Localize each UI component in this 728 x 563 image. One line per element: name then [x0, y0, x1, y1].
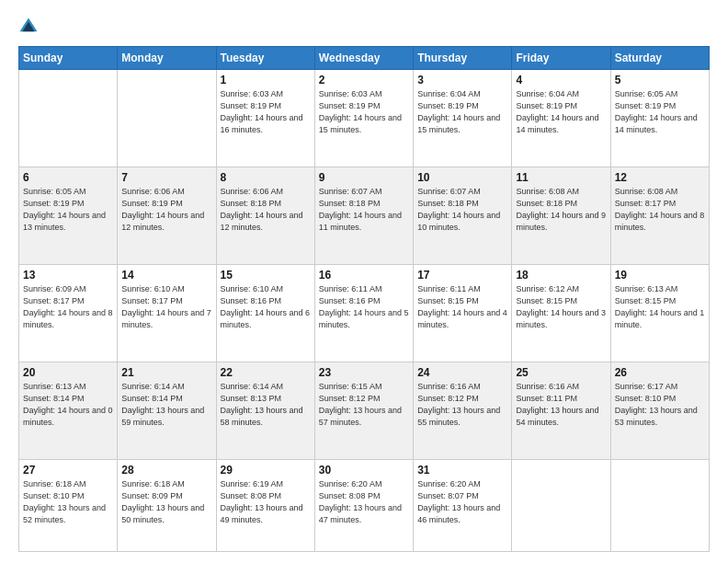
calendar-cell: 22Sunrise: 6:14 AM Sunset: 8:13 PM Dayli… [216, 362, 314, 460]
day-number: 19 [615, 269, 705, 282]
day-number: 20 [23, 366, 113, 379]
day-number: 29 [221, 464, 311, 477]
calendar-cell: 20Sunrise: 6:13 AM Sunset: 8:14 PM Dayli… [19, 362, 118, 460]
calendar-cell: 31Sunrise: 6:20 AM Sunset: 8:07 PM Dayli… [414, 460, 512, 552]
day-header-monday: Monday [118, 47, 216, 70]
calendar-cell [19, 70, 118, 167]
cell-info: Sunrise: 6:17 AM Sunset: 8:10 PM Dayligh… [615, 381, 705, 429]
calendar-week-row: 6Sunrise: 6:05 AM Sunset: 8:19 PM Daylig… [19, 167, 710, 265]
calendar-week-row: 20Sunrise: 6:13 AM Sunset: 8:14 PM Dayli… [19, 362, 710, 460]
day-number: 7 [121, 171, 211, 184]
calendar-cell: 27Sunrise: 6:18 AM Sunset: 8:10 PM Dayli… [19, 460, 118, 552]
cell-info: Sunrise: 6:19 AM Sunset: 8:08 PM Dayligh… [221, 478, 311, 526]
calendar-cell: 25Sunrise: 6:16 AM Sunset: 8:11 PM Dayli… [512, 362, 610, 460]
calendar-cell: 12Sunrise: 6:08 AM Sunset: 8:17 PM Dayli… [610, 167, 709, 265]
cell-info: Sunrise: 6:07 AM Sunset: 8:18 PM Dayligh… [417, 186, 507, 234]
day-number: 17 [417, 269, 507, 282]
day-header-sunday: Sunday [19, 47, 118, 70]
cell-info: Sunrise: 6:14 AM Sunset: 8:14 PM Dayligh… [121, 381, 211, 429]
calendar-cell: 7Sunrise: 6:06 AM Sunset: 8:19 PM Daylig… [118, 167, 216, 265]
day-number: 27 [23, 464, 113, 477]
day-number: 28 [121, 464, 211, 477]
calendar-cell [610, 460, 709, 552]
day-number: 21 [121, 366, 211, 379]
day-number: 18 [516, 269, 606, 282]
cell-info: Sunrise: 6:15 AM Sunset: 8:12 PM Dayligh… [319, 381, 409, 429]
calendar-cell: 26Sunrise: 6:17 AM Sunset: 8:10 PM Dayli… [610, 362, 709, 460]
calendar-cell: 30Sunrise: 6:20 AM Sunset: 8:08 PM Dayli… [314, 460, 413, 552]
cell-info: Sunrise: 6:04 AM Sunset: 8:19 PM Dayligh… [417, 88, 507, 136]
day-header-friday: Friday [512, 47, 610, 70]
cell-info: Sunrise: 6:10 AM Sunset: 8:17 PM Dayligh… [121, 283, 211, 331]
cell-info: Sunrise: 6:05 AM Sunset: 8:19 PM Dayligh… [615, 88, 705, 136]
day-number: 26 [615, 366, 705, 379]
page: SundayMondayTuesdayWednesdayThursdayFrid… [0, 0, 728, 563]
day-number: 30 [319, 464, 409, 477]
cell-info: Sunrise: 6:11 AM Sunset: 8:15 PM Dayligh… [417, 283, 507, 331]
day-number: 22 [221, 366, 311, 379]
calendar-cell: 13Sunrise: 6:09 AM Sunset: 8:17 PM Dayli… [19, 265, 118, 362]
calendar-cell: 15Sunrise: 6:10 AM Sunset: 8:16 PM Dayli… [216, 265, 314, 362]
day-number: 1 [221, 74, 311, 86]
day-header-thursday: Thursday [414, 47, 512, 70]
day-number: 31 [417, 464, 507, 477]
calendar-cell: 28Sunrise: 6:18 AM Sunset: 8:09 PM Dayli… [118, 460, 216, 552]
day-number: 5 [615, 74, 705, 86]
calendar-cell: 29Sunrise: 6:19 AM Sunset: 8:08 PM Dayli… [216, 460, 314, 552]
cell-info: Sunrise: 6:04 AM Sunset: 8:19 PM Dayligh… [516, 88, 606, 136]
calendar-cell: 6Sunrise: 6:05 AM Sunset: 8:19 PM Daylig… [19, 167, 118, 265]
logo [18, 17, 42, 37]
calendar-cell: 9Sunrise: 6:07 AM Sunset: 8:18 PM Daylig… [314, 167, 413, 265]
cell-info: Sunrise: 6:07 AM Sunset: 8:18 PM Dayligh… [319, 186, 409, 234]
day-number: 24 [417, 366, 507, 379]
calendar-cell: 1Sunrise: 6:03 AM Sunset: 8:19 PM Daylig… [216, 70, 314, 167]
calendar-week-row: 13Sunrise: 6:09 AM Sunset: 8:17 PM Dayli… [19, 265, 710, 362]
cell-info: Sunrise: 6:08 AM Sunset: 8:18 PM Dayligh… [516, 186, 606, 234]
day-number: 3 [417, 74, 507, 86]
cell-info: Sunrise: 6:14 AM Sunset: 8:13 PM Dayligh… [221, 381, 311, 429]
calendar-cell: 16Sunrise: 6:11 AM Sunset: 8:16 PM Dayli… [314, 265, 413, 362]
calendar-cell [118, 70, 216, 167]
calendar-cell: 2Sunrise: 6:03 AM Sunset: 8:19 PM Daylig… [314, 70, 413, 167]
calendar-cell: 4Sunrise: 6:04 AM Sunset: 8:19 PM Daylig… [512, 70, 610, 167]
cell-info: Sunrise: 6:10 AM Sunset: 8:16 PM Dayligh… [221, 283, 311, 331]
day-number: 4 [516, 74, 606, 86]
day-number: 14 [121, 269, 211, 282]
day-number: 15 [221, 269, 311, 282]
logo-icon [18, 17, 39, 37]
calendar-cell: 24Sunrise: 6:16 AM Sunset: 8:12 PM Dayli… [414, 362, 512, 460]
calendar-table: SundayMondayTuesdayWednesdayThursdayFrid… [18, 46, 710, 552]
calendar-cell: 8Sunrise: 6:06 AM Sunset: 8:18 PM Daylig… [216, 167, 314, 265]
cell-info: Sunrise: 6:20 AM Sunset: 8:08 PM Dayligh… [319, 478, 409, 526]
calendar-week-row: 1Sunrise: 6:03 AM Sunset: 8:19 PM Daylig… [19, 70, 710, 167]
cell-info: Sunrise: 6:06 AM Sunset: 8:19 PM Dayligh… [121, 186, 211, 234]
cell-info: Sunrise: 6:05 AM Sunset: 8:19 PM Dayligh… [23, 186, 113, 234]
day-number: 11 [516, 171, 606, 184]
day-header-wednesday: Wednesday [314, 47, 413, 70]
cell-info: Sunrise: 6:06 AM Sunset: 8:18 PM Dayligh… [221, 186, 311, 234]
day-number: 10 [417, 171, 507, 184]
calendar-cell [512, 460, 610, 552]
calendar-cell: 14Sunrise: 6:10 AM Sunset: 8:17 PM Dayli… [118, 265, 216, 362]
cell-info: Sunrise: 6:20 AM Sunset: 8:07 PM Dayligh… [417, 478, 507, 526]
cell-info: Sunrise: 6:16 AM Sunset: 8:12 PM Dayligh… [417, 381, 507, 429]
day-number: 12 [615, 171, 705, 184]
day-number: 23 [319, 366, 409, 379]
day-number: 8 [221, 171, 311, 184]
day-number: 6 [23, 171, 113, 184]
calendar-cell: 5Sunrise: 6:05 AM Sunset: 8:19 PM Daylig… [610, 70, 709, 167]
day-number: 9 [319, 171, 409, 184]
calendar-cell: 17Sunrise: 6:11 AM Sunset: 8:15 PM Dayli… [414, 265, 512, 362]
calendar-cell: 3Sunrise: 6:04 AM Sunset: 8:19 PM Daylig… [414, 70, 512, 167]
cell-info: Sunrise: 6:08 AM Sunset: 8:17 PM Dayligh… [615, 186, 705, 234]
day-number: 25 [516, 366, 606, 379]
day-header-saturday: Saturday [610, 47, 709, 70]
cell-info: Sunrise: 6:18 AM Sunset: 8:10 PM Dayligh… [23, 478, 113, 526]
calendar-cell: 11Sunrise: 6:08 AM Sunset: 8:18 PM Dayli… [512, 167, 610, 265]
day-number: 13 [23, 269, 113, 282]
cell-info: Sunrise: 6:16 AM Sunset: 8:11 PM Dayligh… [516, 381, 606, 429]
calendar-cell: 18Sunrise: 6:12 AM Sunset: 8:15 PM Dayli… [512, 265, 610, 362]
calendar-cell: 21Sunrise: 6:14 AM Sunset: 8:14 PM Dayli… [118, 362, 216, 460]
cell-info: Sunrise: 6:18 AM Sunset: 8:09 PM Dayligh… [121, 478, 211, 526]
calendar-cell: 10Sunrise: 6:07 AM Sunset: 8:18 PM Dayli… [414, 167, 512, 265]
